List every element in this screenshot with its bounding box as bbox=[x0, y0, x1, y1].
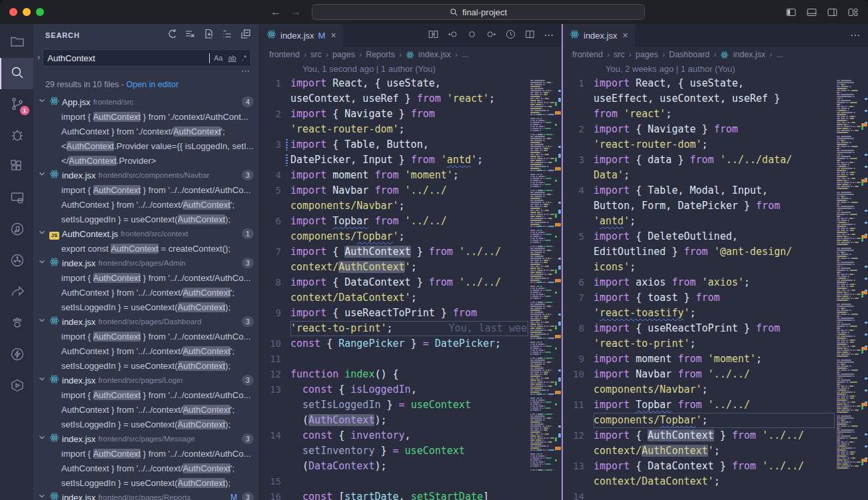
search-match-row[interactable]: import { AuthContext } from '../../conte… bbox=[33, 270, 259, 285]
search-file-row[interactable]: index.jsxfrontend/src/pages/Login3 bbox=[33, 373, 259, 387]
tab-index.jsx[interactable]: index.jsxM× bbox=[260, 24, 343, 47]
close-tab-icon[interactable]: × bbox=[330, 30, 336, 41]
tab-index.jsx[interactable]: index.jsx× bbox=[563, 24, 635, 47]
code-line[interactable]: components/Navbar'; bbox=[260, 198, 528, 214]
code-line[interactable]: 10const { RangePicker } = DatePicker; bbox=[260, 336, 528, 352]
activity-item-codetogether[interactable] bbox=[0, 308, 33, 340]
code-line[interactable]: 3import { Table, Button, bbox=[260, 137, 528, 152]
breadcrumb-item[interactable]: Reports bbox=[366, 50, 395, 59]
code-line[interactable]: (DataContext); bbox=[260, 459, 528, 474]
code-line[interactable]: 5import { DeleteOutlined, bbox=[563, 229, 835, 244]
code-line[interactable]: Button, Form, DatePicker } from bbox=[563, 198, 835, 214]
search-match-row[interactable]: <AuthContext.Provider value={{ isLoggedI… bbox=[33, 138, 259, 153]
code-line[interactable]: 1import React, { useState, bbox=[260, 76, 528, 91]
activity-item-share[interactable] bbox=[0, 277, 33, 308]
breadcrumb-item[interactable]: pages bbox=[636, 50, 658, 59]
next-change-icon[interactable] bbox=[486, 29, 497, 42]
code-line[interactable]: components/Topbar'; bbox=[563, 413, 835, 428]
search-match-row[interactable]: import { AuthContext } from '../../conte… bbox=[33, 329, 259, 344]
minimize-window-button[interactable] bbox=[23, 8, 31, 16]
code-line[interactable]: Data'; bbox=[563, 168, 835, 183]
code-line[interactable]: 9import moment from 'moment'; bbox=[563, 352, 835, 367]
search-file-row[interactable]: index.jsxfrontend/src/pages/Message3 bbox=[33, 431, 259, 446]
code-line[interactable]: 1import React, { useState, bbox=[563, 76, 835, 91]
code-line[interactable]: 'react-to-print'; bbox=[563, 336, 835, 352]
refresh-icon[interactable] bbox=[166, 29, 177, 42]
code-line[interactable]: 12import { AuthContext } from '../../ bbox=[563, 428, 835, 443]
breadcrumb-item[interactable]: ... bbox=[462, 50, 468, 59]
activity-item-explorer[interactable] bbox=[0, 27, 33, 58]
code-line[interactable]: 9import { useReactToPrint } from bbox=[260, 306, 528, 321]
search-match-row[interactable]: import { AuthContext } from '../../conte… bbox=[33, 182, 259, 197]
code-line[interactable]: 11 bbox=[260, 352, 528, 367]
code-line[interactable]: 3import { data } from '../../data/ bbox=[563, 152, 835, 168]
customize-layout-icon[interactable] bbox=[847, 7, 859, 18]
code-line[interactable]: 6import axios from 'axios'; bbox=[563, 275, 835, 290]
breadcrumb[interactable]: frontend›src›pages›Reports›index.jsx›... bbox=[260, 47, 562, 63]
close-tab-icon[interactable]: × bbox=[623, 30, 628, 41]
code-line[interactable]: icons'; bbox=[563, 260, 835, 275]
view-as-list-icon[interactable] bbox=[222, 29, 232, 42]
code-line[interactable]: EditOutlined } from '@ant-design/ bbox=[563, 244, 835, 260]
previous-change-icon[interactable] bbox=[447, 29, 458, 42]
search-match-row[interactable]: setIsLoggedIn } = useContext(AuthContext… bbox=[33, 417, 259, 431]
compare-change-icon[interactable] bbox=[466, 29, 478, 42]
code-scroll[interactable]: You, 2 weeks ago | 1 author (You)1import… bbox=[563, 63, 835, 500]
code-line[interactable]: 'react-router-dom'; bbox=[260, 122, 528, 137]
close-window-button[interactable] bbox=[9, 8, 17, 16]
code-line[interactable]: 4import { Table, Modal, Input, bbox=[563, 183, 835, 198]
search-match-row[interactable]: AuthContext } from '../../context/AuthCo… bbox=[33, 461, 259, 475]
code-line[interactable]: (AuthContext); bbox=[260, 413, 528, 428]
code-scroll[interactable]: You, 1 second ago | 1 author (You)1impor… bbox=[260, 63, 528, 500]
search-match-row[interactable]: AuthContext } from './context/AuthContex… bbox=[33, 124, 259, 138]
code-line[interactable]: 5import Navbar from '../../ bbox=[260, 183, 528, 198]
code-line[interactable]: 2import { Navigate } from bbox=[563, 122, 835, 137]
file-history-icon[interactable] bbox=[505, 29, 516, 42]
code-line[interactable]: 4import moment from 'moment'; bbox=[260, 168, 528, 183]
code-line[interactable]: context/DataContext'; bbox=[260, 290, 528, 306]
search-match-row[interactable]: setIsLoggedIn } = useContext(AuthContext… bbox=[33, 475, 259, 490]
forward-icon[interactable]: → bbox=[290, 6, 301, 18]
match-case-toggle[interactable]: Aa bbox=[214, 55, 222, 62]
open-in-editor-link[interactable]: Open in editor bbox=[127, 80, 179, 89]
breadcrumb-item[interactable]: src bbox=[310, 50, 322, 59]
code-line[interactable]: 10import Navbar from '../../ bbox=[563, 367, 835, 382]
toggle-replace-chevron-icon[interactable]: › bbox=[36, 49, 41, 65]
search-match-row[interactable]: setIsLoggedIn } = useContext(AuthContext… bbox=[33, 358, 259, 373]
breadcrumb-item[interactable]: index.jsx bbox=[418, 50, 451, 59]
code-line[interactable]: setIsLoggedIn } = useContext bbox=[260, 397, 528, 413]
open-changes-icon[interactable] bbox=[428, 29, 439, 42]
search-match-row[interactable]: import { AuthContext } from './context/A… bbox=[33, 109, 259, 124]
activity-item-search[interactable] bbox=[0, 58, 33, 89]
code-line[interactable]: DatePicker, Input } from 'antd'; bbox=[260, 152, 528, 168]
search-match-row[interactable]: setIsLoggedIn } = useContext(AuthContext… bbox=[33, 300, 259, 314]
search-match-row[interactable]: import { AuthContext } from '../../conte… bbox=[33, 387, 259, 402]
code-line[interactable]: 8import { DataContext } from '../../ bbox=[260, 275, 528, 290]
code-line[interactable]: components/Navbar'; bbox=[563, 382, 835, 397]
collapse-all-icon[interactable] bbox=[240, 29, 251, 42]
zoom-window-button[interactable] bbox=[36, 8, 44, 16]
activity-item-remote-explorer[interactable] bbox=[0, 183, 33, 214]
code-line[interactable]: 6import Topbar from '../../ bbox=[260, 214, 528, 229]
breadcrumb-item[interactable]: pages bbox=[332, 50, 355, 59]
split-editor-icon[interactable] bbox=[524, 29, 536, 42]
clear-search-results-icon[interactable] bbox=[185, 29, 195, 42]
search-match-row[interactable]: AuthContext } from '../../context/AuthCo… bbox=[33, 402, 259, 417]
breadcrumb-item[interactable]: index.jsx bbox=[733, 50, 765, 59]
search-match-row[interactable]: AuthContext } from '../../context/AuthCo… bbox=[33, 285, 259, 300]
activity-item-container-tools[interactable] bbox=[0, 371, 33, 402]
search-file-row[interactable]: index.jsxfrontend/src/pages/Admin3 bbox=[33, 256, 259, 270]
code-line[interactable]: 14 const { inventory, bbox=[260, 428, 528, 443]
search-match-row[interactable]: </AuthContext.Provider> bbox=[33, 153, 259, 168]
more-actions-icon[interactable]: ⋯ bbox=[544, 29, 554, 41]
search-match-row[interactable]: export const AuthContext = createContext… bbox=[33, 241, 259, 256]
code-line[interactable]: 13 const { isLoggedIn, bbox=[260, 382, 528, 397]
activity-item-run-debug[interactable] bbox=[0, 121, 33, 152]
search-file-row[interactable]: JSAuthContext.jsfrontend/src/context1 bbox=[33, 226, 259, 241]
breadcrumb-item[interactable]: frontend bbox=[269, 50, 300, 59]
code-line[interactable]: 7import { AuthContext } from '../../ bbox=[260, 244, 528, 260]
code-line[interactable]: useEffect, useContext, useRef } bbox=[563, 91, 835, 107]
code-line[interactable]: 'react-to-print';You, last wee bbox=[260, 321, 528, 336]
toggle-primary-sidebar-icon[interactable] bbox=[785, 7, 797, 18]
code-line[interactable]: components/Topbar'; bbox=[260, 229, 528, 244]
